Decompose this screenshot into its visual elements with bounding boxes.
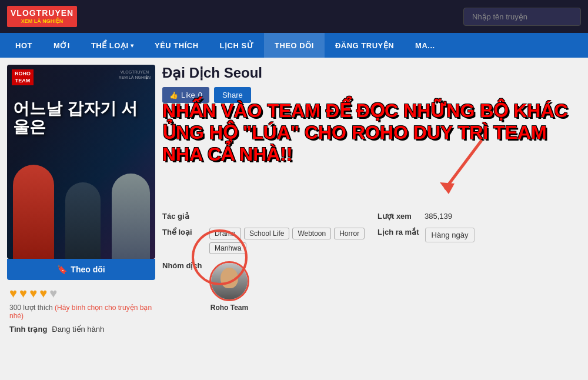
star-3[interactable]: ♥ xyxy=(29,286,37,301)
watermark: VLOGTRUYEN XEM LÀ NGHIỆN xyxy=(119,69,151,80)
genre-row: Thể loại Drama School Life Webtoon Horro… xyxy=(162,228,366,254)
tag-webtoon[interactable]: Webtoon xyxy=(292,228,331,239)
action-buttons: 👍 Like 0 Share xyxy=(162,87,581,103)
star-2[interactable]: ♥ xyxy=(19,286,27,301)
star-1[interactable]: ♥ xyxy=(9,286,17,301)
like-button[interactable]: 👍 Like 0 xyxy=(162,87,209,103)
author-row: Tác giả xyxy=(162,212,366,221)
release-row: Lịch ra mắt Hàng ngày xyxy=(377,228,581,254)
logo[interactable]: VLOGTRUYEN XEM LÀ NGHIỆN xyxy=(7,6,77,27)
translator-group[interactable]: Roho Team xyxy=(209,261,249,312)
manga-korean-title: 어느날 갑자기 서울은 xyxy=(13,100,149,136)
character-2 xyxy=(65,182,101,259)
main-content: ROHO TEAM VLOGTRUYEN XEM LÀ NGHIỆN 어느날 갑… xyxy=(0,58,588,380)
tag-school-life[interactable]: School Life xyxy=(244,228,289,239)
translator-avatar xyxy=(209,261,249,301)
manga-cover: ROHO TEAM VLOGTRUYEN XEM LÀ NGHIỆN 어느날 갑… xyxy=(7,65,155,259)
character-1 xyxy=(13,165,54,259)
search-box[interactable] xyxy=(463,8,581,26)
logo-box: VLOGTRUYEN XEM LÀ NGHIỆN xyxy=(7,6,77,27)
nav-theo-doi[interactable]: THEO DÕI xyxy=(264,33,325,58)
avatar-inner xyxy=(211,263,248,299)
navbar: HOT MỚI THỂ LOẠI ▾ YÊU THÍCH LỊCH SỬ THE… xyxy=(0,33,588,58)
nav-more[interactable]: MA... xyxy=(405,33,446,58)
cover-text: ROHO TEAM xyxy=(12,69,34,85)
follow-button[interactable]: 🔖 Theo dõi xyxy=(7,259,155,280)
rating-info: 300 lượt thích (Hãy bình chọn cho truyện… xyxy=(7,304,155,320)
views-row: Lượt xem 385,139 xyxy=(377,212,581,221)
svg-marker-1 xyxy=(440,182,455,194)
arrow-overlay xyxy=(434,135,493,208)
tag-horror[interactable]: Horror xyxy=(334,228,365,239)
left-panel: ROHO TEAM VLOGTRUYEN XEM LÀ NGHIỆN 어느날 갑… xyxy=(7,65,155,373)
nav-dang-truyen[interactable]: ĐĂNG TRUYỆN xyxy=(325,33,405,58)
logo-main-text: VLOGTRUYEN xyxy=(11,8,74,18)
thumbs-up-icon: 👍 xyxy=(169,91,178,99)
svg-line-0 xyxy=(446,141,481,188)
manga-title: Đại Dịch Seoul xyxy=(162,65,581,81)
star-4[interactable]: ♥ xyxy=(39,286,47,301)
header: VLOGTRUYEN XEM LÀ NGHIỆN xyxy=(0,0,588,33)
logo-sub-text: XEM LÀ NGHIỆN xyxy=(11,18,74,25)
promo-text: NHẤN VÀO TEAM ĐỂ ĐỌC NHỮNG BỘ KHÁC ỦNG H… xyxy=(162,100,581,165)
chevron-down-icon: ▾ xyxy=(131,42,134,49)
nav-hot[interactable]: HOT xyxy=(5,33,43,58)
bookmark-icon: 🔖 xyxy=(57,265,67,274)
roho-badge: ROHO TEAM xyxy=(12,69,34,85)
character-3 xyxy=(112,174,150,259)
search-input[interactable] xyxy=(463,8,581,26)
translator-name: Roho Team xyxy=(211,304,248,312)
characters-area xyxy=(7,141,155,259)
tag-manhwa[interactable]: Manhwa xyxy=(209,242,246,254)
tag-drama[interactable]: Drama xyxy=(209,228,241,239)
status-row: Tình trạng Đang tiến hành xyxy=(7,320,155,334)
release-schedule: Hàng ngày xyxy=(425,228,475,242)
share-button[interactable]: Share xyxy=(214,87,251,103)
info-grid: Tác giả Lượt xem 385,139 Thể loại Drama … xyxy=(162,212,581,312)
avatar-face xyxy=(220,268,238,288)
genre-tags: Drama School Life Webtoon Horror Manhwa xyxy=(209,228,366,254)
translator-row: Nhóm dịch Roho Team xyxy=(162,261,366,312)
nav-yeu-thich[interactable]: YÊU THÍCH xyxy=(144,33,209,58)
nav-moi[interactable]: MỚI xyxy=(43,33,81,58)
nav-the-loai[interactable]: THỂ LOẠI ▾ xyxy=(81,33,144,58)
arrow-icon xyxy=(434,135,493,206)
right-panel: Đại Dịch Seoul 👍 Like 0 Share NHẤN VÀO T… xyxy=(162,65,581,373)
nav-lich-su[interactable]: LỊCH SỬ xyxy=(209,33,265,58)
star-rating[interactable]: ♥ ♥ ♥ ♥ ♥ xyxy=(7,280,155,304)
star-5[interactable]: ♥ xyxy=(49,286,57,301)
